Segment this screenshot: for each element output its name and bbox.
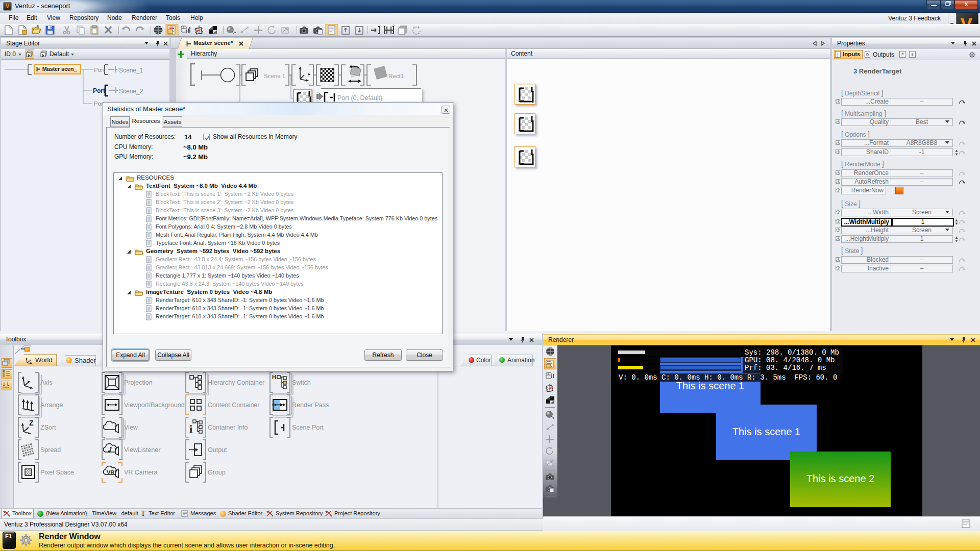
svg-text:VR: VR (107, 469, 114, 475)
svg-text:H: H (272, 374, 276, 380)
svg-text:i: i (189, 422, 192, 435)
svg-text:Z: Z (29, 419, 34, 427)
